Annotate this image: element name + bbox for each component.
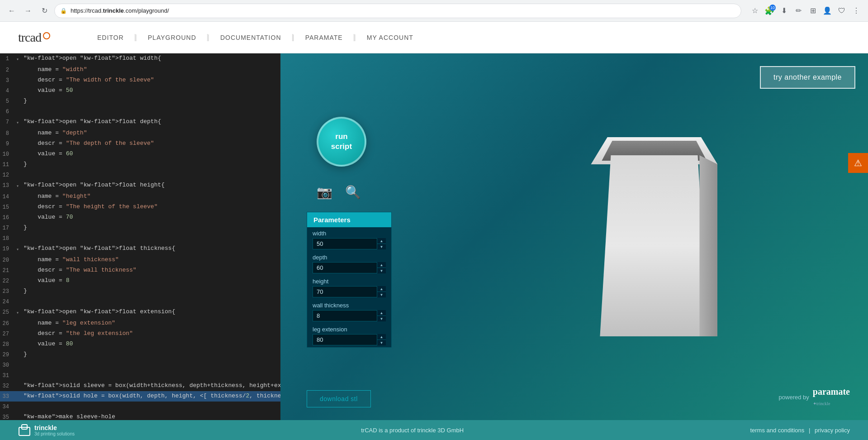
param-input-width[interactable] xyxy=(313,238,386,249)
line-number: 1 xyxy=(0,53,16,64)
param-input-wrap-thickness: ▲▼ xyxy=(313,310,386,321)
line-arrow[interactable]: ▾ xyxy=(16,180,24,191)
download-button[interactable]: ⬇ xyxy=(778,5,790,17)
line-arrow xyxy=(16,255,24,256)
param-spin-down-extension[interactable]: ▼ xyxy=(377,340,386,345)
nav-my-account[interactable]: MY ACCOUNT xyxy=(356,34,424,41)
line-number: 14 xyxy=(0,191,16,202)
code-line: 7▾"kw-float">open "kw-float">float depth… xyxy=(0,117,280,128)
address-bar[interactable]: 🔒 https://trcad.trinckle.com/playground/ xyxy=(54,4,741,18)
param-spin-up-thickness[interactable]: ▲ xyxy=(377,310,386,316)
line-arrow[interactable]: ▾ xyxy=(16,244,24,255)
browser-actions: ☆ 🧩 10 ⬇ ✏ ⊞ 👤 🛡 ⋮ xyxy=(749,5,863,17)
line-content: } xyxy=(24,286,280,296)
line-arrow[interactable]: ▾ xyxy=(16,53,24,65)
line-arrow xyxy=(16,106,24,108)
code-line: 31 xyxy=(0,370,280,381)
privacy-link[interactable]: privacy policy xyxy=(815,427,850,434)
back-button[interactable]: ← xyxy=(5,5,18,17)
refresh-button[interactable]: ↻ xyxy=(38,5,51,17)
code-line: 5} xyxy=(0,96,280,106)
line-arrow xyxy=(16,318,24,320)
pen-button[interactable]: ✏ xyxy=(792,5,805,17)
code-line: 12 xyxy=(0,170,280,180)
logo-text: trcad xyxy=(18,30,41,45)
line-arrow[interactable]: ▾ xyxy=(16,307,24,318)
param-input-height[interactable] xyxy=(313,286,386,297)
menu-button[interactable]: ⋮ xyxy=(850,5,863,17)
param-spin-down-width[interactable]: ▼ xyxy=(377,244,386,249)
param-spin-down-depth[interactable]: ▼ xyxy=(377,268,386,273)
nav-paramate[interactable]: PARAMATE xyxy=(294,34,354,41)
param-input-depth[interactable] xyxy=(313,262,386,273)
line-content: "kw-float">open "kw-float">float extensi… xyxy=(24,307,280,317)
shape-right-face xyxy=(699,155,717,336)
line-content: name = "height" xyxy=(24,191,280,201)
line-content: value = 80 xyxy=(24,339,280,349)
line-content: descr = "The wall thickness" xyxy=(24,265,280,275)
profile-button[interactable]: 👤 xyxy=(821,5,834,17)
param-row-width: width▲▼ xyxy=(307,227,391,251)
line-content: descr = "the leg extension" xyxy=(24,329,280,339)
extension-button[interactable]: 🧩 10 xyxy=(763,5,776,17)
try-another-button[interactable]: try another example xyxy=(760,66,855,89)
line-number: 25 xyxy=(0,307,16,317)
run-script-button[interactable]: run script xyxy=(317,117,366,167)
param-label-width: width xyxy=(313,230,386,237)
line-arrow[interactable]: ▾ xyxy=(16,117,24,128)
warning-icon[interactable]: ⚠ xyxy=(848,153,868,173)
param-spin-up-depth[interactable]: ▲ xyxy=(377,262,386,268)
powered-by-label: powered by xyxy=(779,394,809,401)
param-input-wrap-extension: ▲▼ xyxy=(313,334,386,345)
line-arrow xyxy=(16,86,24,87)
param-input-thickness[interactable] xyxy=(313,310,386,321)
code-line: 28 value = 80 xyxy=(0,339,280,349)
line-content: "kw-float">solid sleeve = box(width+thic… xyxy=(24,381,280,391)
param-input-extension[interactable] xyxy=(313,334,386,345)
forward-button[interactable]: → xyxy=(22,5,34,17)
zoom-icon[interactable]: 🔍 xyxy=(345,185,361,200)
code-line: 18 xyxy=(0,233,280,244)
code-line: 4 value = 50 xyxy=(0,86,280,96)
line-number: 2 xyxy=(0,65,16,75)
line-number: 12 xyxy=(0,170,16,180)
nav-editor[interactable]: EDITOR xyxy=(86,34,135,41)
param-spin-up-height[interactable]: ▲ xyxy=(377,286,386,292)
camera-icon[interactable]: 📷 xyxy=(317,185,332,200)
line-number: 7 xyxy=(0,117,16,127)
line-arrow xyxy=(16,202,24,203)
line-arrow xyxy=(16,297,24,298)
download-stl-button[interactable]: download stl xyxy=(307,390,371,407)
line-number: 32 xyxy=(0,381,16,391)
nav-documentation[interactable]: DOCUMENTATION xyxy=(209,34,293,41)
line-content: value = 70 xyxy=(24,212,280,222)
code-line: 11} xyxy=(0,159,280,170)
line-number: 22 xyxy=(0,276,16,286)
line-content: "kw-float">open "kw-float">float height{ xyxy=(24,180,280,190)
param-spin-up-extension[interactable]: ▲ xyxy=(377,334,386,340)
param-spinner-height: ▲▼ xyxy=(377,286,386,297)
code-line: 33"kw-float">solid hole = box(width, dep… xyxy=(0,391,280,402)
code-editor[interactable]: 1▾"kw-float">open "kw-float">float width… xyxy=(0,53,280,420)
code-line: 14 name = "height" xyxy=(0,191,280,202)
param-spin-down-height[interactable]: ▼ xyxy=(377,292,386,297)
grid-button[interactable]: ⊞ xyxy=(806,5,819,17)
code-line: 9 descr = "The depth of the sleeve" xyxy=(0,139,280,149)
param-spin-down-thickness[interactable]: ▼ xyxy=(377,316,386,321)
paramate-logo: paramate ✦trinckle xyxy=(813,387,850,407)
3d-shape xyxy=(591,137,717,336)
footer-logo-text: trinckle 3d printing solutions xyxy=(34,424,75,436)
url-text: https://trcad.trinckle.com/playground/ xyxy=(71,7,169,14)
line-number: 13 xyxy=(0,180,16,191)
line-arrow xyxy=(16,128,24,129)
line-number: 3 xyxy=(0,75,16,86)
shield-button[interactable]: 🛡 xyxy=(835,5,848,17)
line-arrow xyxy=(16,370,24,372)
footer: trinckle 3d printing solutions trCAD is … xyxy=(0,420,868,440)
param-spin-up-width[interactable]: ▲ xyxy=(377,238,386,244)
bookmark-button[interactable]: ☆ xyxy=(749,5,761,17)
param-row-depth: depth▲▼ xyxy=(307,251,391,275)
footer-links: terms and conditions | privacy policy xyxy=(750,427,850,434)
nav-playground[interactable]: PLAYGROUND xyxy=(137,34,208,41)
terms-link[interactable]: terms and conditions xyxy=(750,427,804,434)
